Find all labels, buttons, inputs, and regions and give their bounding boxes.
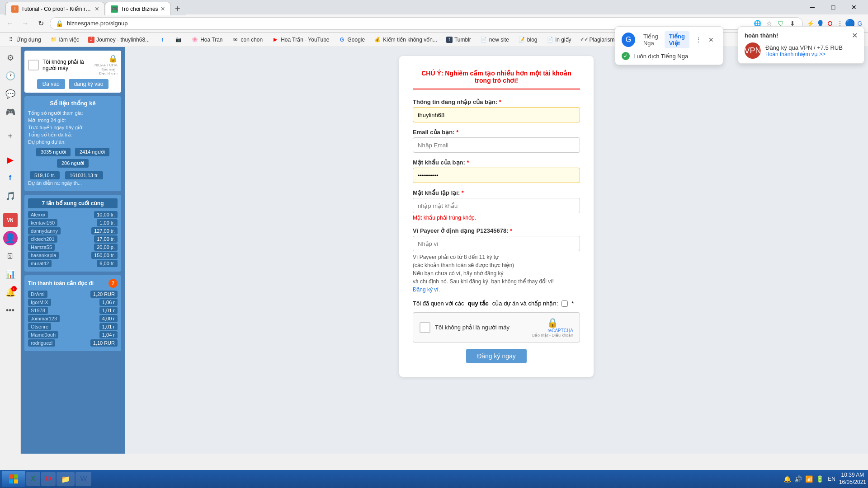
trans-more-icon[interactable]: ⋮ <box>693 34 704 45</box>
sidebar-notification[interactable]: 🔔 1 <box>3 285 18 300</box>
sidebar-spotify[interactable]: 🎵 <box>3 189 18 203</box>
recaptcha-logo: 🔒 reCAPTCHA Bảo mật - Điều khoản <box>532 317 573 338</box>
payout-name-0[interactable]: Alexxx <box>28 211 48 218</box>
recent-list: DrArsi1,20 RURIgorMIX1,06 rS19781,01 rJo… <box>28 291 118 347</box>
tray-icon-1[interactable]: 🔔 <box>783 474 792 483</box>
bookmark-work[interactable]: 📁 làm việc <box>47 35 83 44</box>
recent-name-1[interactable]: IgorMIX <box>28 299 51 306</box>
taskbar-excel[interactable]: X <box>26 472 40 486</box>
sidebar-history[interactable]: 🕐 <box>3 69 18 83</box>
sidebar-add[interactable]: + <box>3 129 18 143</box>
tab-bar: T Tutorial - Có proof - Kiểm ru... × 🎮 T… <box>4 0 186 15</box>
notif-close-button[interactable]: ✕ <box>852 31 858 40</box>
dang-ky-vao-button[interactable]: đăng ký vào <box>69 79 109 89</box>
payout-name-4[interactable]: Hamza55 <box>28 244 55 251</box>
bookmark-tumblr[interactable]: t Tumblr <box>443 36 475 44</box>
sidebar-games[interactable]: 🎮 <box>3 105 18 119</box>
trans-tab-russian[interactable]: Tiếng Nga <box>639 31 663 48</box>
trans-tab-vietnamese[interactable]: Tiếng Việt <box>665 31 689 48</box>
recent-name-6[interactable]: rodriguezl <box>28 339 55 347</box>
payout-row-5: hasankapla150,00 tr. <box>28 252 118 259</box>
bookmark-hoa-tran[interactable]: 🌸 Hoa Tran <box>188 35 226 44</box>
maximize-button[interactable]: □ <box>823 0 844 14</box>
bookmark-instagram[interactable]: 📷 <box>171 35 186 44</box>
payout-name-6[interactable]: murat42 <box>28 260 52 267</box>
taskbar-files[interactable]: 📁 <box>57 472 75 486</box>
tab-1[interactable]: T Tutorial - Có proof - Kiểm ru... × <box>5 2 105 15</box>
da-vao-button[interactable]: Đã vào <box>37 79 65 89</box>
email-input[interactable] <box>413 137 580 153</box>
stats-row-0: Tổng số người tham gia: <box>28 110 118 116</box>
prev-captcha-checkbox[interactable] <box>28 60 39 70</box>
taskbar-opera[interactable]: O <box>41 472 56 486</box>
stat-money-1[interactable]: 161031,13 tr. <box>65 171 103 179</box>
payout-row-2: dannydanny127,00 tr. <box>28 227 118 235</box>
rules-checkbox[interactable] <box>561 300 568 307</box>
captcha-checkbox[interactable] <box>420 322 430 333</box>
new-tab-button[interactable]: + <box>171 2 184 15</box>
password-confirm-input[interactable] <box>413 198 580 213</box>
bookmark-facebook[interactable]: f <box>155 35 170 44</box>
password-input[interactable] <box>413 168 580 183</box>
stat-btn-2[interactable]: 206 người <box>57 159 89 168</box>
stat-money-0[interactable]: 519,10 tr. <box>30 171 60 179</box>
recent-name-0[interactable]: DrArsi <box>28 291 47 298</box>
sidebar-stats[interactable]: 📊 <box>3 267 18 282</box>
payeer-input[interactable] <box>413 236 580 251</box>
payeer-register-link[interactable]: Đăng ký ví. <box>413 286 440 293</box>
tab-2-close[interactable]: × <box>161 5 165 13</box>
payout-name-3[interactable]: clktech201 <box>28 235 57 243</box>
bookmark-journey[interactable]: J Journey - thuylinh68... <box>85 36 153 44</box>
stat-btn-0[interactable]: 3035 người <box>36 148 71 156</box>
sidebar-calendar[interactable]: 🗓 <box>3 249 18 263</box>
bookmark-youtube[interactable]: ▶ Hoa Trần - YouTube <box>268 35 333 44</box>
sidebar-facebook[interactable]: f <box>3 171 18 185</box>
left-panel: Tôi không phải là người máy 🔒 reCAPTCHA … <box>21 47 125 454</box>
sidebar-avatar[interactable]: 👤 <box>3 231 18 245</box>
tab-1-close[interactable]: × <box>95 5 99 13</box>
payout-amount-1: 1,00 tr. <box>97 219 118 226</box>
recent-name-3[interactable]: Jommar123 <box>28 315 60 322</box>
tray-network[interactable]: 📶 <box>804 474 813 483</box>
sidebar-messenger[interactable]: 💬 <box>3 87 18 101</box>
tray-icon-2[interactable]: 🔊 <box>793 474 802 483</box>
recent-name-5[interactable]: Mamd0ouh <box>28 331 58 338</box>
notif-link[interactable]: Hoàn thành nhiệm vụ >> <box>765 51 826 57</box>
bookmark-earn[interactable]: 💰 Kiếm tiền không vốn... <box>370 35 441 44</box>
payout-name-5[interactable]: hasankapla <box>28 252 59 259</box>
password-confirm-label: Mật khẩu lập lại: * <box>413 189 580 196</box>
submit-button[interactable]: Đăng ký ngay <box>466 349 527 363</box>
taskbar-word[interactable]: W <box>75 472 91 486</box>
username-input[interactable] <box>413 107 580 122</box>
refresh-button[interactable]: ↻ <box>34 17 47 30</box>
trans-close-icon[interactable]: ✕ <box>706 34 717 45</box>
sidebar-youtube[interactable]: ▶ <box>3 153 18 167</box>
sidebar-vn[interactable]: VN <box>3 213 18 227</box>
payout-name-2[interactable]: dannydanny <box>28 227 61 235</box>
plagiarism-icon: ✓✓ <box>580 36 588 43</box>
start-button[interactable] <box>2 471 25 487</box>
tray-battery[interactable]: 🔋 <box>815 474 824 483</box>
bookmark-new-site[interactable]: 📄 new site <box>476 35 513 44</box>
bookmark-print[interactable]: 📄 in giấy <box>543 35 575 44</box>
bookmark-con-chon[interactable]: ✉ con chon <box>228 35 266 44</box>
back-button[interactable]: ← <box>4 17 16 30</box>
stat-btn-1[interactable]: 2414 người <box>75 148 109 156</box>
sidebar-settings[interactable]: ⚙ <box>3 51 18 65</box>
sidebar-more[interactable]: ••• <box>3 303 18 318</box>
content-area: ⚙ 🕐 💬 🎮 + ▶ f 🎵 VN 👤 🗓 📊 🔔 1 ••• Tôi khô… <box>0 47 868 454</box>
tab-2[interactable]: 🎮 Trò chơi Biznes × <box>105 2 171 15</box>
recent-name-2[interactable]: S1978 <box>28 307 48 314</box>
close-button[interactable]: ✕ <box>844 0 864 14</box>
google-icon: G <box>338 36 345 43</box>
payout-name-1[interactable]: kentavi150 <box>28 219 57 226</box>
warning-text: CHÚ Ý: Nghiêm cấm tạo nhiều hơn một tài … <box>413 70 580 89</box>
bookmark-google[interactable]: G Google <box>335 35 368 44</box>
bookmark-blog[interactable]: 📝 blog <box>514 35 541 44</box>
bookmark-apps[interactable]: ⠿ Ứng dụng <box>4 35 45 44</box>
recent-name-4[interactable]: Otsenre <box>28 323 51 330</box>
notif-body: VPN Đăng ký qua VPN / +7.5 RUB Hoàn thàn… <box>745 42 858 59</box>
payeer-label: Ví Payeer ở định dạng P12345678: * <box>413 227 580 234</box>
minimize-button[interactable]: ─ <box>802 0 823 14</box>
forward-button[interactable]: → <box>19 17 32 30</box>
